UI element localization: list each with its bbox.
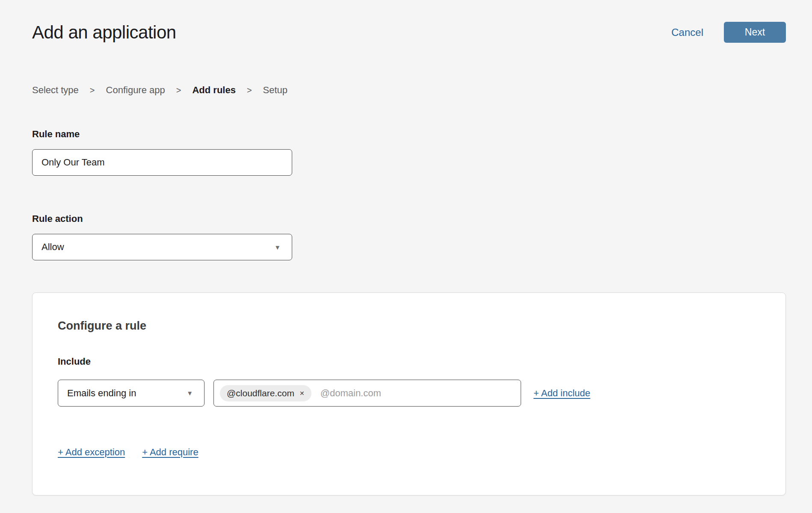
rule-action-label: Rule action	[32, 213, 83, 224]
remove-chip-icon[interactable]: ✕	[299, 390, 305, 397]
breadcrumb-step-add-rules[interactable]: Add rules	[192, 85, 235, 96]
domain-input[interactable]	[320, 388, 516, 399]
breadcrumb-step-configure-app[interactable]: Configure app	[106, 85, 165, 96]
include-selector-value: Emails ending in	[67, 388, 136, 399]
email-domain-chip: @cloudflare.com ✕	[220, 385, 311, 401]
include-selector-select[interactable]: Emails ending in ▼	[58, 380, 204, 407]
breadcrumb-step-select-type[interactable]: Select type	[32, 85, 79, 96]
include-label: Include	[58, 356, 760, 367]
rule-name-field: Rule name	[32, 129, 786, 176]
rule-action-select[interactable]: Allow ▼	[32, 234, 292, 260]
rule-name-input[interactable]	[32, 149, 292, 176]
add-exception-link[interactable]: + Add exception	[58, 447, 125, 458]
add-require-link[interactable]: + Add require	[142, 447, 198, 458]
page-header: Add an application Cancel Next	[32, 19, 786, 46]
email-domain-chip-label: @cloudflare.com	[227, 388, 294, 398]
rule-action-field: Rule action Allow ▼	[32, 213, 786, 260]
include-row: Emails ending in ▼ @cloudflare.com ✕ + A…	[58, 380, 760, 407]
breadcrumb-separator: >	[247, 86, 252, 95]
card-title: Configure a rule	[58, 319, 760, 333]
configure-rule-card: Configure a rule Include Emails ending i…	[32, 292, 786, 495]
include-values-input[interactable]: @cloudflare.com ✕	[213, 380, 521, 407]
rule-action-selected-value: Allow	[41, 242, 64, 253]
page-title: Add an application	[32, 22, 176, 43]
breadcrumb-separator: >	[90, 86, 95, 95]
breadcrumb-separator: >	[176, 86, 181, 95]
caret-down-icon: ▼	[187, 390, 193, 396]
rule-name-label: Rule name	[32, 129, 80, 139]
header-actions: Cancel Next	[671, 22, 786, 43]
rule-links-row: + Add exception + Add require	[58, 447, 760, 458]
next-button[interactable]: Next	[724, 22, 786, 43]
add-include-link[interactable]: + Add include	[533, 388, 590, 399]
cancel-button[interactable]: Cancel	[671, 27, 703, 38]
breadcrumb: Select type > Configure app > Add rules …	[32, 85, 786, 96]
add-application-page: Add an application Cancel Next Select ty…	[0, 0, 812, 495]
breadcrumb-step-setup[interactable]: Setup	[263, 85, 288, 96]
caret-down-icon: ▼	[274, 244, 281, 251]
